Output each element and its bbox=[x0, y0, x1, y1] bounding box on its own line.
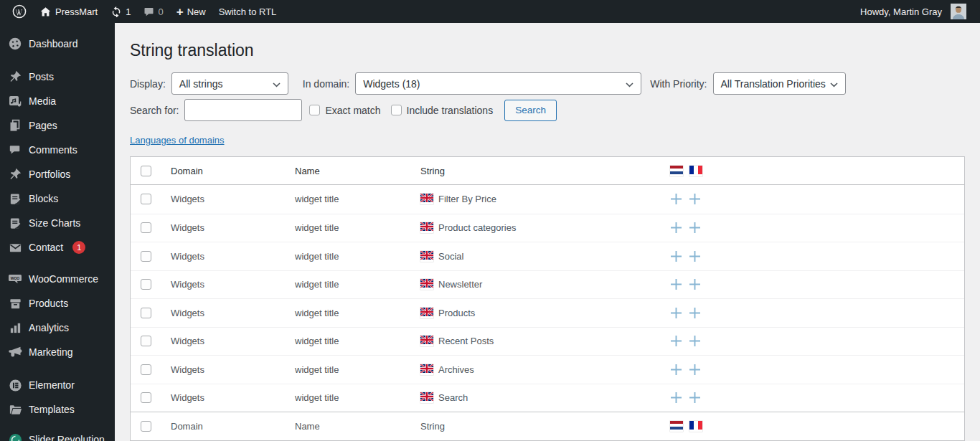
sidebar-item-label: Blocks bbox=[29, 193, 58, 204]
netherlands-flag-icon bbox=[670, 421, 683, 432]
add-nl-translation-button[interactable] bbox=[670, 222, 682, 234]
cell-name: widget title bbox=[295, 392, 420, 403]
row-checkbox[interactable] bbox=[141, 194, 151, 204]
updates-count: 1 bbox=[126, 6, 131, 17]
sidebar-item-label: Elementor bbox=[29, 379, 75, 391]
sidebar-item-portfolios[interactable]: Portfolios bbox=[0, 162, 115, 186]
sidebar-item-slider-revolution[interactable]: Slider Revolution bbox=[0, 427, 115, 441]
add-nl-translation-button[interactable] bbox=[670, 335, 682, 347]
add-fr-translation-button[interactable] bbox=[689, 307, 701, 319]
row-checkbox[interactable] bbox=[141, 392, 151, 403]
cell-string-text: Search bbox=[438, 392, 468, 403]
add-fr-translation-button[interactable] bbox=[689, 392, 701, 404]
cell-string-text: Recent Posts bbox=[438, 336, 494, 346]
table-row: Widgets widget title Product categories bbox=[131, 214, 964, 242]
add-nl-translation-button[interactable] bbox=[670, 392, 682, 404]
sidebar-item-elementor[interactable]: Elementor bbox=[0, 373, 115, 397]
column-header-string: String bbox=[420, 166, 670, 176]
cell-name: widget title bbox=[295, 194, 420, 204]
updates-link[interactable]: 1 bbox=[104, 0, 137, 23]
cell-string-text: Filter By Price bbox=[438, 194, 496, 204]
sidebar-item-posts[interactable]: Posts bbox=[0, 65, 115, 89]
uk-flag-icon bbox=[420, 364, 433, 375]
search-input[interactable] bbox=[184, 99, 302, 121]
with-priority-select-value: All Translation Priorities bbox=[721, 78, 826, 90]
sidebar-item-comments[interactable]: Comments bbox=[0, 138, 115, 162]
wordpress-logo-menu[interactable] bbox=[6, 0, 33, 23]
add-fr-translation-button[interactable] bbox=[689, 278, 701, 290]
include-translations-checkbox[interactable] bbox=[391, 105, 402, 115]
sidebar-item-dashboard[interactable]: Dashboard bbox=[0, 32, 115, 56]
my-account-menu[interactable]: Howdy, Martin Gray bbox=[854, 0, 973, 23]
display-select[interactable]: All strings bbox=[171, 72, 288, 95]
switch-to-rtl-link[interactable]: Switch to RTL bbox=[212, 0, 283, 23]
add-fr-translation-button[interactable] bbox=[689, 222, 701, 234]
site-name-link[interactable]: PressMart bbox=[33, 0, 104, 23]
languages-of-domains-link[interactable]: Languages of domains bbox=[130, 135, 225, 146]
sidebar-item-label: Templates bbox=[29, 404, 75, 415]
cell-name: widget title bbox=[295, 222, 420, 233]
cell-string-text: Product categories bbox=[438, 222, 516, 233]
comment-bubble-icon bbox=[143, 6, 154, 17]
row-checkbox[interactable] bbox=[141, 336, 151, 346]
table-row: Widgets widget title Social bbox=[131, 242, 964, 270]
cell-string-text: Products bbox=[438, 308, 475, 318]
column-header-name: Name bbox=[295, 166, 420, 176]
filter-row-1: Display: All strings In domain: Widgets … bbox=[130, 72, 965, 95]
add-nl-translation-button[interactable] bbox=[670, 278, 682, 290]
cell-domain: Widgets bbox=[171, 308, 295, 318]
sidebar-item-contact[interactable]: Contact 1 bbox=[0, 235, 115, 260]
sidebar-item-label: Media bbox=[29, 95, 56, 107]
table-footer-row: Domain Name String bbox=[131, 412, 964, 440]
sidebar-item-woocommerce[interactable]: WooCommerce bbox=[0, 267, 115, 291]
main-content: String translation Display: All strings … bbox=[115, 23, 980, 441]
add-fr-translation-button[interactable] bbox=[689, 250, 701, 262]
sidebar-item-products[interactable]: Products bbox=[0, 291, 115, 316]
uk-flag-icon bbox=[420, 194, 433, 204]
search-for-label: Search for: bbox=[130, 105, 179, 116]
update-icon bbox=[110, 6, 122, 17]
new-content-menu[interactable]: + New bbox=[170, 0, 212, 23]
add-fr-translation-button[interactable] bbox=[689, 335, 701, 347]
avatar bbox=[951, 4, 966, 19]
comments-link[interactable]: 0 bbox=[137, 0, 169, 23]
exact-match-checkbox[interactable] bbox=[309, 105, 320, 115]
select-all-checkbox-top[interactable] bbox=[141, 166, 151, 176]
cell-domain: Widgets bbox=[171, 392, 295, 403]
sidebar-item-marketing[interactable]: Marketing bbox=[0, 340, 115, 364]
add-nl-translation-button[interactable] bbox=[670, 193, 682, 205]
add-fr-translation-button[interactable] bbox=[689, 193, 701, 205]
add-fr-translation-button[interactable] bbox=[689, 364, 701, 376]
envelope-icon bbox=[8, 240, 22, 255]
add-nl-translation-button[interactable] bbox=[670, 364, 682, 376]
france-flag-icon bbox=[689, 421, 702, 432]
with-priority-select[interactable]: All Translation Priorities bbox=[713, 72, 846, 95]
sidebar-item-media[interactable]: Media bbox=[0, 89, 115, 113]
contact-badge: 1 bbox=[72, 241, 85, 254]
uk-flag-icon bbox=[420, 222, 433, 233]
select-all-checkbox-bottom[interactable] bbox=[141, 421, 151, 432]
sidebar-item-size-charts[interactable]: Size Charts bbox=[0, 211, 115, 235]
france-flag-icon bbox=[689, 166, 702, 176]
sidebar-item-label: Analytics bbox=[29, 322, 69, 333]
exact-match-label: Exact match bbox=[325, 105, 380, 116]
admin-sidebar: Dashboard Posts Media Pages Comments Por… bbox=[0, 23, 115, 441]
cell-domain: Widgets bbox=[171, 279, 295, 290]
cell-string-text: Social bbox=[438, 251, 463, 262]
add-nl-translation-button[interactable] bbox=[670, 250, 682, 262]
row-checkbox[interactable] bbox=[141, 251, 151, 262]
elementor-icon bbox=[8, 378, 22, 392]
row-checkbox[interactable] bbox=[141, 308, 151, 318]
chevron-down-icon bbox=[273, 78, 281, 90]
sidebar-item-templates[interactable]: Templates bbox=[0, 397, 115, 422]
row-checkbox[interactable] bbox=[141, 364, 151, 375]
folder-icon bbox=[8, 402, 22, 417]
add-nl-translation-button[interactable] bbox=[670, 307, 682, 319]
sidebar-item-blocks[interactable]: Blocks bbox=[0, 186, 115, 211]
search-button[interactable]: Search bbox=[504, 100, 557, 121]
row-checkbox[interactable] bbox=[141, 279, 151, 290]
in-domain-select[interactable]: Widgets (18) bbox=[355, 72, 641, 95]
row-checkbox[interactable] bbox=[141, 222, 151, 233]
sidebar-item-pages[interactable]: Pages bbox=[0, 113, 115, 138]
sidebar-item-analytics[interactable]: Analytics bbox=[0, 316, 115, 340]
